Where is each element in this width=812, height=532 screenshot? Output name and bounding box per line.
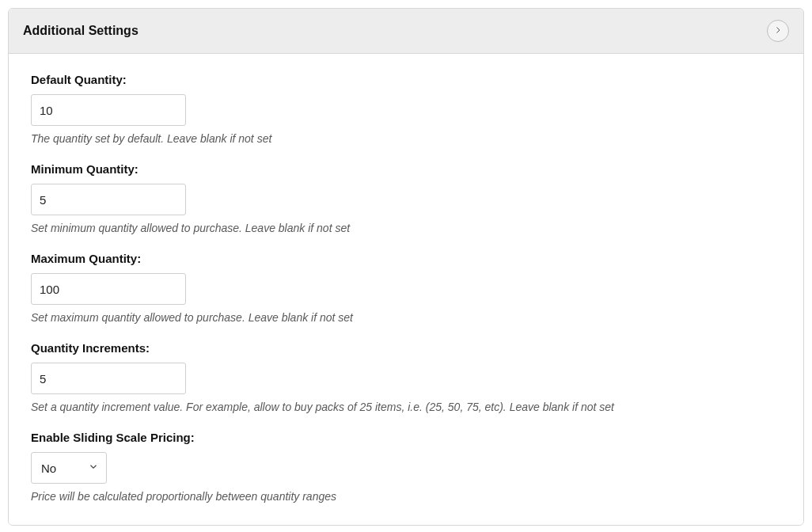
default-quantity-help: The quantity set by default. Leave blank… [31,132,781,145]
sliding-scale-select-wrap: No [31,452,107,484]
sliding-scale-help: Price will be calculated proportionally … [31,490,781,503]
quantity-increments-input[interactable] [31,363,186,394]
default-quantity-input[interactable] [31,94,186,126]
maximum-quantity-field: Maximum Quantity: Set maximum quantity a… [31,252,781,324]
sliding-scale-field: Enable Sliding Scale Pricing: No Price w… [31,431,781,503]
minimum-quantity-label: Minimum Quantity: [31,162,781,176]
chevron-right-icon [773,25,783,37]
sliding-scale-select[interactable]: No [31,452,107,484]
minimum-quantity-input[interactable] [31,184,186,215]
default-quantity-field: Default Quantity: The quantity set by de… [31,73,781,145]
maximum-quantity-label: Maximum Quantity: [31,252,781,265]
panel-body: Default Quantity: The quantity set by de… [9,54,803,525]
additional-settings-panel: Additional Settings Default Quantity: Th… [8,8,804,526]
quantity-increments-help: Set a quantity increment value. For exam… [31,401,781,413]
default-quantity-label: Default Quantity: [31,73,781,86]
quantity-increments-label: Quantity Increments: [31,341,781,355]
sliding-scale-label: Enable Sliding Scale Pricing: [31,431,781,444]
maximum-quantity-input[interactable] [31,273,186,305]
minimum-quantity-help: Set minimum quantity allowed to purchase… [31,222,781,234]
collapse-toggle-button[interactable] [767,20,789,42]
maximum-quantity-help: Set maximum quantity allowed to purchase… [31,311,781,324]
quantity-increments-field: Quantity Increments: Set a quantity incr… [31,341,781,413]
minimum-quantity-field: Minimum Quantity: Set minimum quantity a… [31,162,781,234]
panel-title: Additional Settings [23,24,138,38]
panel-header: Additional Settings [9,9,803,54]
